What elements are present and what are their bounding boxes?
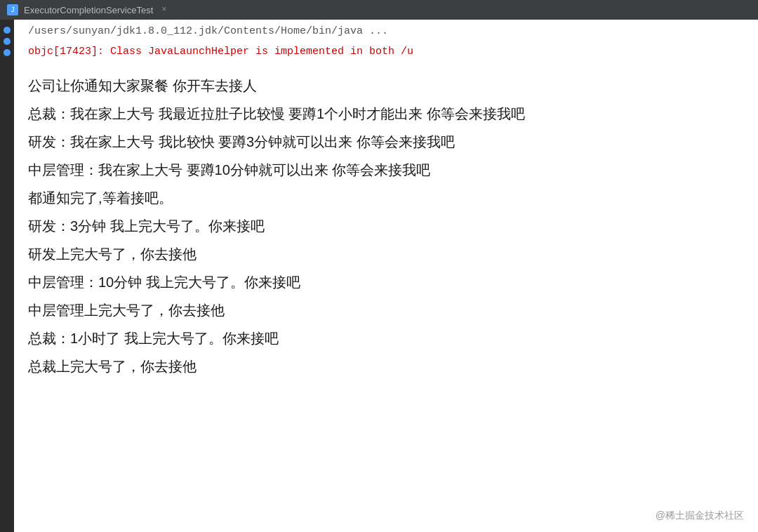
story-line-2: 总裁：我在家上大号 我最近拉肚子比较慢 要蹲1个小时才能出来 你等会来接我吧 xyxy=(28,100,744,128)
story-line-3: 研发：我在家上大号 我比较快 要蹲3分钟就可以出来 你等会来接我吧 xyxy=(28,128,744,156)
story-line-8: 中层管理：10分钟 我上完大号了。你来接吧 xyxy=(28,268,744,296)
error-message-line: objc[17423]: Class JavaLaunchHelper is i… xyxy=(14,41,758,65)
tab-close-button[interactable]: × xyxy=(161,5,166,15)
main-area: /users/sunyan/jdk1.8.0_112.jdk/Contents/… xyxy=(0,20,758,532)
story-line-4: 中层管理：我在家上大号 要蹲10分钟就可以出来 你等会来接我吧 xyxy=(28,156,744,184)
story-line-11: 总裁上完大号了，你去接他 xyxy=(28,352,744,380)
main-window: J ExecutorCompletionServiceTest × /users… xyxy=(0,0,758,532)
gutter-dot-2 xyxy=(4,38,11,45)
story-line-5: 都通知完了,等着接吧。 xyxy=(28,184,744,212)
story-line-1: 公司让你通知大家聚餐 你开车去接人 xyxy=(28,72,744,100)
gutter-dot-1 xyxy=(4,27,11,34)
watermark: @稀土掘金技术社区 xyxy=(656,510,744,522)
title-bar: J ExecutorCompletionServiceTest × xyxy=(0,0,758,20)
story-line-7: 研发上完大号了，你去接他 xyxy=(28,240,744,268)
story-line-10: 总裁：1小时了 我上完大号了。你来接吧 xyxy=(28,324,744,352)
content-area: /users/sunyan/jdk1.8.0_112.jdk/Contents/… xyxy=(14,20,758,532)
story-line-6: 研发：3分钟 我上完大号了。你来接吧 xyxy=(28,212,744,240)
code-path-line: /users/sunyan/jdk1.8.0_112.jdk/Contents/… xyxy=(14,20,758,41)
story-content: 公司让你通知大家聚餐 你开车去接人 总裁：我在家上大号 我最近拉肚子比较慢 要蹲… xyxy=(14,65,758,387)
window-title: ExecutorCompletionServiceTest xyxy=(24,5,153,15)
story-line-9: 中层管理上完大号了，你去接他 xyxy=(28,296,744,324)
app-icon: J xyxy=(7,4,18,15)
left-gutter xyxy=(0,20,14,532)
gutter-dot-3 xyxy=(4,49,11,56)
